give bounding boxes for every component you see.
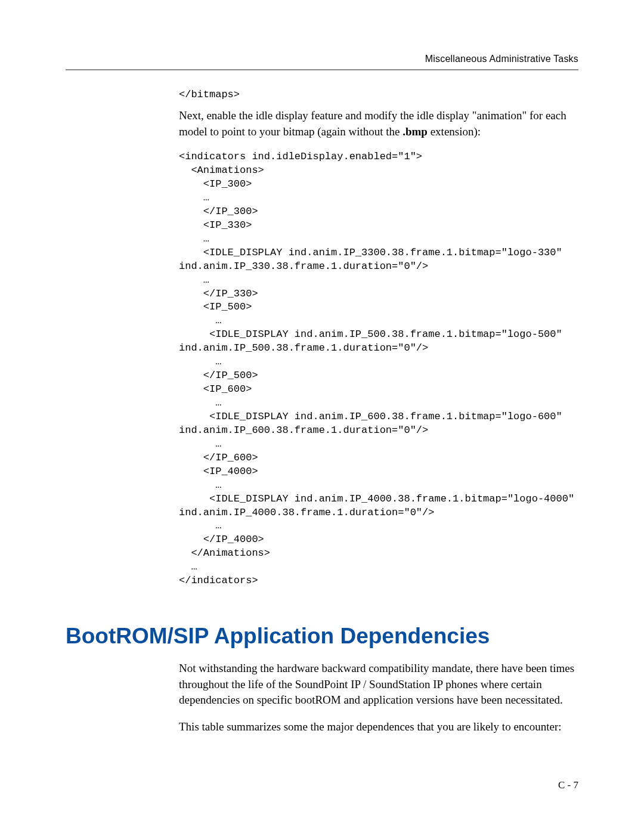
intro-text-post: extension): bbox=[428, 125, 481, 138]
section-paragraph-1: Not withstanding the hardware backward c… bbox=[179, 661, 578, 708]
bmp-ext: .bmp bbox=[402, 125, 428, 138]
page-number: C - 7 bbox=[558, 779, 578, 791]
running-header: Miscellaneous Administrative Tasks bbox=[66, 54, 578, 64]
header-rule bbox=[66, 69, 578, 70]
code-close-bitmaps: </bitmaps> bbox=[179, 88, 578, 102]
page: Miscellaneous Administrative Tasks </bit… bbox=[0, 0, 644, 833]
intro-paragraph: Next, enable the idle display feature an… bbox=[179, 108, 578, 140]
xml-block: <indicators ind.idleDisplay.enabled="1">… bbox=[66, 150, 578, 588]
section-paragraph-2: This table summarizes some the major dep… bbox=[179, 719, 578, 735]
section-heading: BootROM/SIP Application Dependencies bbox=[66, 624, 578, 649]
intro-text-pre: Next, enable the idle display feature an… bbox=[179, 109, 566, 138]
content-column: </bitmaps> Next, enable the idle display… bbox=[179, 88, 578, 735]
